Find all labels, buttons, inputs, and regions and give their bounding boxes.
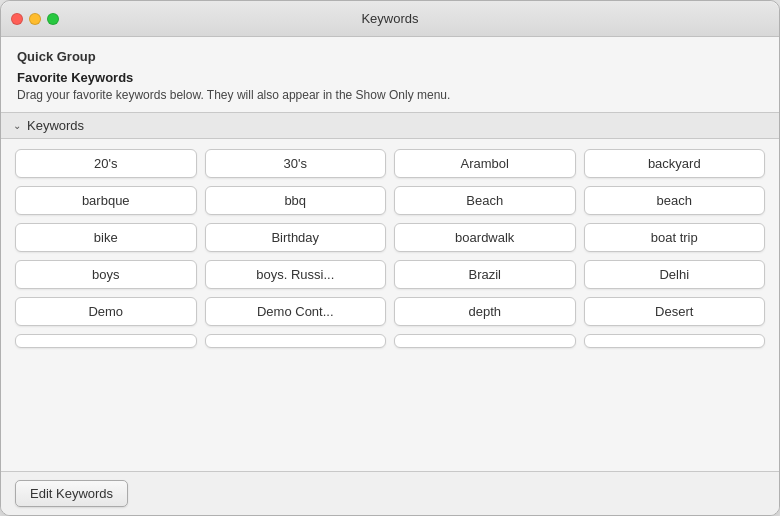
keyword-button-30s[interactable]: 30's [205, 149, 387, 178]
content-area: Quick Group Favorite Keywords Drag your … [1, 37, 779, 515]
edit-keywords-button[interactable]: Edit Keywords [15, 480, 128, 507]
keyword-button-boat-trip[interactable]: boat trip [584, 223, 766, 252]
keyword-button-partial-4[interactable] [584, 334, 766, 348]
keyword-button-desert[interactable]: Desert [584, 297, 766, 326]
keyword-button-boys-russi[interactable]: boys. Russi... [205, 260, 387, 289]
keyword-button-demo-cont[interactable]: Demo Cont... [205, 297, 387, 326]
keywords-header: ⌄ Keywords [1, 112, 779, 139]
keywords-grid: 20's 30's Arambol backyard barbque bbq B… [15, 149, 765, 348]
keyword-button-arambol[interactable]: Arambol [394, 149, 576, 178]
title-bar: Keywords [1, 1, 779, 37]
favorite-keywords-desc: Drag your favorite keywords below. They … [17, 87, 763, 104]
keywords-section-label: Keywords [27, 118, 84, 133]
keyword-button-barbque[interactable]: barbque [15, 186, 197, 215]
keyword-button-birthday[interactable]: Birthday [205, 223, 387, 252]
maximize-button[interactable] [47, 13, 59, 25]
keyword-button-Beach[interactable]: Beach [394, 186, 576, 215]
keyword-button-20s[interactable]: 20's [15, 149, 197, 178]
chevron-down-icon: ⌄ [13, 120, 21, 131]
keyword-button-brazil[interactable]: Brazil [394, 260, 576, 289]
keyword-button-depth[interactable]: depth [394, 297, 576, 326]
keyword-button-partial-2[interactable] [205, 334, 387, 348]
window-title: Keywords [361, 11, 418, 26]
favorite-keywords-title: Favorite Keywords [17, 70, 763, 85]
keyword-button-delhi[interactable]: Delhi [584, 260, 766, 289]
keyword-button-boardwalk[interactable]: boardwalk [394, 223, 576, 252]
keyword-button-boys[interactable]: boys [15, 260, 197, 289]
traffic-lights [11, 13, 59, 25]
close-button[interactable] [11, 13, 23, 25]
quick-group-section: Quick Group Favorite Keywords Drag your … [1, 37, 779, 112]
keyword-button-bike[interactable]: bike [15, 223, 197, 252]
keyword-button-partial-1[interactable] [15, 334, 197, 348]
keyword-button-bbq[interactable]: bbq [205, 186, 387, 215]
quick-group-title: Quick Group [17, 49, 763, 64]
window: Keywords Quick Group Favorite Keywords D… [0, 0, 780, 516]
keywords-grid-container: 20's 30's Arambol backyard barbque bbq B… [1, 139, 779, 471]
keyword-button-beach[interactable]: beach [584, 186, 766, 215]
keyword-button-demo[interactable]: Demo [15, 297, 197, 326]
keyword-button-partial-3[interactable] [394, 334, 576, 348]
keyword-button-backyard[interactable]: backyard [584, 149, 766, 178]
minimize-button[interactable] [29, 13, 41, 25]
footer: Edit Keywords [1, 471, 779, 515]
